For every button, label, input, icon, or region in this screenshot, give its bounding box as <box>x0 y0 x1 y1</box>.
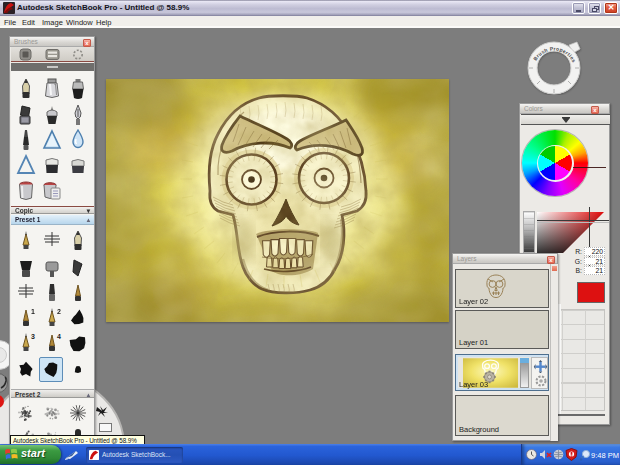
svg-text:4: 4 <box>57 333 61 340</box>
svg-text:1: 1 <box>31 308 35 315</box>
svg-text:2: 2 <box>57 308 61 315</box>
svg-text:3: 3 <box>31 333 35 340</box>
